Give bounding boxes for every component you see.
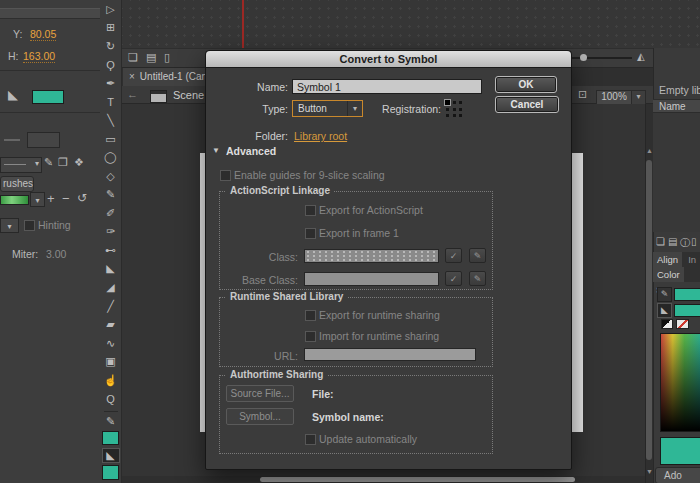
- cancel-button[interactable]: Cancel: [495, 96, 559, 113]
- registration-point[interactable]: [459, 108, 462, 111]
- registration-point[interactable]: [453, 108, 456, 111]
- library-delete-icon[interactable]: ▯: [691, 236, 697, 247]
- folder-link[interactable]: Library root: [294, 130, 347, 142]
- center-frame-icon[interactable]: ⊡: [578, 88, 587, 101]
- timeline-playhead[interactable]: [242, 0, 244, 48]
- line-tool-icon[interactable]: ╲: [102, 112, 120, 129]
- validate-base-class-button[interactable]: ✓: [445, 271, 462, 286]
- ok-button[interactable]: OK: [495, 76, 557, 93]
- fill-color-swatch-toolbar[interactable]: [102, 465, 119, 480]
- registration-point[interactable]: [453, 101, 456, 104]
- object-drawing-icon[interactable]: ❐: [58, 156, 68, 169]
- stroke-size-value[interactable]: [27, 132, 60, 148]
- library-name-column-header[interactable]: Name: [653, 99, 700, 113]
- color-picker-gradient[interactable]: [660, 333, 700, 432]
- export-in-frame-1-checkbox[interactable]: [305, 228, 316, 239]
- scroll-up-icon[interactable]: ▲: [646, 147, 653, 154]
- import-runtime-sharing-checkbox[interactable]: [305, 331, 316, 342]
- paint-brush-tool-icon[interactable]: ✑: [102, 224, 120, 241]
- back-arrow-icon[interactable]: ←: [127, 88, 138, 100]
- export-runtime-sharing-checkbox[interactable]: [305, 310, 316, 321]
- remove-brush-icon[interactable]: −: [62, 191, 70, 206]
- fill-color-swatch[interactable]: [32, 90, 64, 104]
- no-color-icon[interactable]: [676, 319, 689, 329]
- add-brush-icon[interactable]: +: [47, 191, 55, 206]
- library-new-folder-icon[interactable]: ▤: [668, 236, 677, 247]
- stroke-style-dropdown[interactable]: ▾: [0, 157, 42, 173]
- camera-tool-icon[interactable]: ▣: [102, 353, 120, 370]
- add-to-swatches-button[interactable]: Ado: [655, 467, 700, 483]
- ink-bottle-tool-icon[interactable]: ◢: [102, 279, 120, 296]
- reset-brush-icon[interactable]: ↺: [77, 191, 87, 205]
- new-folder-icon[interactable]: ▤: [146, 51, 156, 64]
- cap-dropdown[interactable]: ▾: [0, 218, 19, 233]
- registration-point[interactable]: [446, 114, 449, 117]
- width-tool-icon[interactable]: ∿: [102, 335, 120, 352]
- registration-point[interactable]: [459, 114, 462, 117]
- brushes-button[interactable]: rushes: [0, 176, 34, 192]
- tab-info[interactable]: In: [688, 254, 696, 265]
- y-value[interactable]: 80.05: [30, 28, 56, 41]
- hinting-checkbox[interactable]: [24, 220, 35, 231]
- black-and-white-icon[interactable]: [661, 319, 673, 329]
- registration-point[interactable]: [453, 114, 456, 117]
- nine-slice-checkbox[interactable]: [220, 170, 231, 181]
- pen-tool-icon[interactable]: ✒: [102, 75, 120, 92]
- 3d-rotation-tool-icon[interactable]: ↻: [102, 38, 120, 55]
- url-field[interactable]: [304, 348, 476, 361]
- bone-tool-icon[interactable]: ⊷: [102, 242, 120, 259]
- registration-grid[interactable]: [444, 99, 464, 119]
- horizontal-scrollbar-thumb[interactable]: [260, 477, 575, 482]
- stroke-size-slider[interactable]: [4, 139, 20, 141]
- registration-point[interactable]: [459, 101, 462, 104]
- brush-tool-icon[interactable]: ✐: [102, 205, 120, 222]
- h-value[interactable]: 163.00: [23, 50, 55, 63]
- new-layer-icon[interactable]: ❏: [128, 51, 138, 64]
- edit-base-class-button[interactable]: ✎: [469, 271, 486, 286]
- timeline-frames[interactable]: [122, 0, 700, 48]
- color-fill-bucket-icon[interactable]: ◣: [657, 303, 672, 318]
- library-item-list[interactable]: [653, 113, 700, 232]
- zoom-tool-icon[interactable]: Q: [102, 390, 120, 407]
- rectangle-tool-icon[interactable]: ▭: [102, 131, 120, 148]
- advanced-triangle-icon[interactable]: ▼: [212, 146, 220, 155]
- scroll-down-icon[interactable]: ▼: [646, 468, 653, 475]
- edit-stroke-style-icon[interactable]: ✎: [44, 156, 53, 169]
- export-for-actionscript-checkbox[interactable]: [305, 205, 316, 216]
- vertical-scrollbar-thumb[interactable]: [646, 160, 652, 460]
- stage-zoom-dropdown[interactable]: ▾: [631, 90, 646, 105]
- color-stroke-swatch[interactable]: [674, 288, 700, 301]
- eraser-tool-icon[interactable]: ▰: [102, 316, 120, 333]
- polystar-tool-icon[interactable]: ◇: [102, 168, 120, 185]
- close-tab-icon[interactable]: ×: [129, 71, 135, 82]
- library-new-symbol-icon[interactable]: ❏: [656, 236, 665, 247]
- pressure-icon[interactable]: ❖: [74, 156, 84, 169]
- paint-bucket-tool-icon[interactable]: ◣: [102, 261, 120, 278]
- class-field[interactable]: [304, 249, 439, 263]
- delete-layer-icon[interactable]: ▯: [164, 51, 170, 64]
- base-class-field[interactable]: [304, 272, 439, 286]
- free-transform-tool-icon[interactable]: ⊞: [102, 20, 120, 37]
- subselection-tool-icon[interactable]: ▷: [102, 1, 120, 18]
- hand-tool-icon[interactable]: ☝: [102, 372, 120, 389]
- library-properties-icon[interactable]: ⓘ: [680, 236, 690, 250]
- registration-point[interactable]: [446, 108, 449, 111]
- miter-value[interactable]: 3.00: [46, 248, 66, 260]
- stage-zoom-input[interactable]: 100%: [596, 90, 632, 105]
- symbol-name-input[interactable]: [292, 79, 482, 94]
- tab-color[interactable]: Color: [653, 267, 684, 282]
- stroke-color-swatch[interactable]: [102, 431, 119, 446]
- oval-tool-icon[interactable]: ◯: [102, 149, 120, 166]
- text-tool-icon[interactable]: T: [102, 94, 120, 111]
- color-stroke-pencil-icon[interactable]: ✎: [657, 287, 672, 302]
- brush-dropdown[interactable]: ▾: [30, 192, 45, 207]
- validate-class-button[interactable]: ✓: [445, 248, 462, 263]
- pencil-tool-icon[interactable]: ✎: [102, 186, 120, 203]
- source-file-button[interactable]: Source File...: [226, 385, 294, 402]
- update-automatically-checkbox[interactable]: [305, 434, 316, 445]
- symbol-button[interactable]: Symbol...: [226, 408, 294, 425]
- timeline-zoom-slider-thumb[interactable]: [580, 54, 587, 61]
- dialog-title-bar[interactable]: Convert to Symbol: [206, 51, 571, 68]
- tab-align[interactable]: Align: [653, 252, 682, 267]
- lasso-tool-icon[interactable]: Ϙ: [102, 57, 120, 74]
